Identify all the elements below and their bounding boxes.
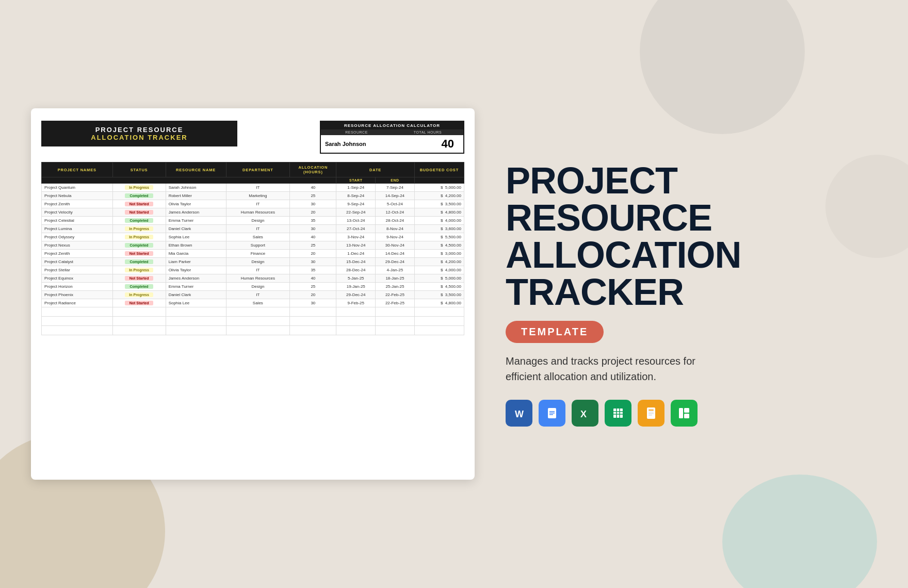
- cell-allocation: 20: [290, 291, 336, 299]
- cell-cost: $ 3,500.00: [414, 200, 464, 208]
- cell-start: 13-Oct-24: [336, 217, 376, 225]
- cell-cost: $ 4,500.00: [414, 283, 464, 291]
- svg-rect-21: [676, 405, 692, 421]
- cell-department: IT: [226, 225, 290, 233]
- svg-rect-4: [549, 411, 555, 412]
- cell-resource: James Anderson: [166, 274, 226, 283]
- cell-end: 29-Dec-24: [376, 258, 415, 266]
- svg-rect-19: [648, 413, 654, 414]
- calc-col1: RESOURCE: [321, 129, 392, 135]
- big-title-line4: TRACKER: [506, 273, 877, 311]
- app-icon-excel: X: [572, 400, 598, 427]
- calc-total-hours: 40: [442, 137, 459, 151]
- table-row: Project Zenith Not Started Olivia Taylor…: [42, 200, 464, 208]
- svg-rect-5: [549, 413, 555, 414]
- cell-start: 15-Dec-24: [336, 258, 376, 266]
- title-line2: ALLOCATION TRACKER: [51, 134, 228, 141]
- cell-cost: $ 3,500.00: [414, 291, 464, 299]
- cell-allocation: 30: [290, 200, 336, 208]
- empty-row: [42, 307, 464, 317]
- cell-cost: $ 4,200.00: [414, 258, 464, 266]
- table-row: Project Lumina In Progress Daniel Clark …: [42, 225, 464, 233]
- cell-department: Design: [226, 217, 290, 225]
- cell-resource: James Anderson: [166, 208, 226, 217]
- cell-cost: $ 5,000.00: [414, 274, 464, 283]
- cell-resource: Sophia Lee: [166, 233, 226, 241]
- cell-status: Not Started: [112, 274, 166, 283]
- cell-department: Human Resources: [226, 208, 290, 217]
- cell-resource: Olivia Taylor: [166, 266, 226, 274]
- cell-status: Completed: [112, 192, 166, 200]
- status-badge: In Progress: [125, 226, 153, 231]
- app-icon-docs: [539, 400, 565, 427]
- cell-project: Project Nebula: [42, 192, 113, 200]
- cell-project: Project Velocity: [42, 208, 113, 217]
- cell-resource: Olivia Taylor: [166, 200, 226, 208]
- col-header-cost: BUDGETED COST: [414, 162, 464, 177]
- status-badge: Completed: [125, 284, 153, 289]
- cell-resource: Daniel Clark: [166, 291, 226, 299]
- cell-cost: $ 4,800.00: [414, 208, 464, 217]
- cell-project: Project Horizon: [42, 283, 113, 291]
- cell-cost: $ 4,800.00: [414, 299, 464, 307]
- cell-resource: Emma Turner: [166, 217, 226, 225]
- cell-project: Project Odyssey: [42, 233, 113, 241]
- cell-start: 27-Oct-24: [336, 225, 376, 233]
- calc-subheader: RESOURCE TOTAL HOURS: [321, 129, 463, 135]
- app-icon-word: W: [506, 400, 532, 427]
- cell-status: Not Started: [112, 250, 166, 258]
- svg-text:W: W: [515, 409, 524, 419]
- cell-department: IT: [226, 200, 290, 208]
- cell-allocation: 20: [290, 250, 336, 258]
- data-table: PROJECT NAMES STATUS RESOURCE NAME DEPAR…: [41, 162, 464, 335]
- date-subrow-cost-spacer: [414, 177, 464, 184]
- cell-project: Project Catalyst: [42, 258, 113, 266]
- table-row: Project Horizon Completed Emma Turner De…: [42, 283, 464, 291]
- cell-cost: $ 4,000.00: [414, 217, 464, 225]
- cell-department: Design: [226, 258, 290, 266]
- col-header-project: PROJECT NAMES: [42, 162, 113, 177]
- table-header-row: PROJECT NAMES STATUS RESOURCE NAME DEPAR…: [42, 162, 464, 177]
- svg-text:X: X: [580, 409, 587, 419]
- cell-end: 5-Oct-24: [376, 200, 415, 208]
- big-title-line1: PROJECT: [506, 162, 877, 199]
- cell-resource: Daniel Clark: [166, 225, 226, 233]
- cell-cost: $ 4,200.00: [414, 192, 464, 200]
- cell-department: Finance: [226, 250, 290, 258]
- calc-resource-name: Sarah Johnson: [325, 141, 442, 147]
- cell-start: 3-Nov-24: [336, 233, 376, 241]
- cell-start: 1-Dec-24: [336, 250, 376, 258]
- cell-end: 22-Feb-25: [376, 291, 415, 299]
- app-icon-sheets: [605, 400, 631, 427]
- table-row: Project Velocity Not Started James Ander…: [42, 208, 464, 217]
- status-badge: Completed: [125, 243, 153, 248]
- cell-allocation: 35: [290, 217, 336, 225]
- svg-rect-22: [679, 408, 683, 418]
- title-line1: PROJECT RESOURCE: [51, 126, 228, 134]
- col-header-status: STATUS: [112, 162, 166, 177]
- spreadsheet-title-box: PROJECT RESOURCE ALLOCATION TRACKER: [41, 121, 237, 146]
- cell-end: 9-Nov-24: [376, 233, 415, 241]
- cell-start: 22-Sep-24: [336, 208, 376, 217]
- cell-status: Completed: [112, 283, 166, 291]
- status-badge: Not Started: [125, 276, 153, 281]
- cell-department: Sales: [226, 233, 290, 241]
- status-badge: Not Started: [125, 202, 153, 206]
- cell-resource: Robert Miller: [166, 192, 226, 200]
- status-badge: Not Started: [125, 210, 153, 215]
- big-title-line2: RESOURCE: [506, 199, 877, 236]
- status-badge: Completed: [125, 259, 153, 264]
- svg-rect-20: [648, 415, 652, 416]
- status-badge: Completed: [125, 218, 153, 223]
- cell-cost: $ 4,500.00: [414, 241, 464, 250]
- cell-end: 30-Nov-24: [376, 241, 415, 250]
- cell-cost: $ 5,000.00: [414, 184, 464, 192]
- cell-start: 19-Jan-25: [336, 283, 376, 291]
- cell-end: 18-Jan-25: [376, 274, 415, 283]
- cell-project: Project Zenith: [42, 200, 113, 208]
- cell-resource: Mia Garcia: [166, 250, 226, 258]
- calculator-box: RESOURCE ALLOCATION CALCULATOR RESOURCE …: [320, 121, 464, 154]
- cell-allocation: 30: [290, 225, 336, 233]
- big-title-line3: ALLOCATION: [506, 236, 877, 273]
- cell-resource: Emma Turner: [166, 283, 226, 291]
